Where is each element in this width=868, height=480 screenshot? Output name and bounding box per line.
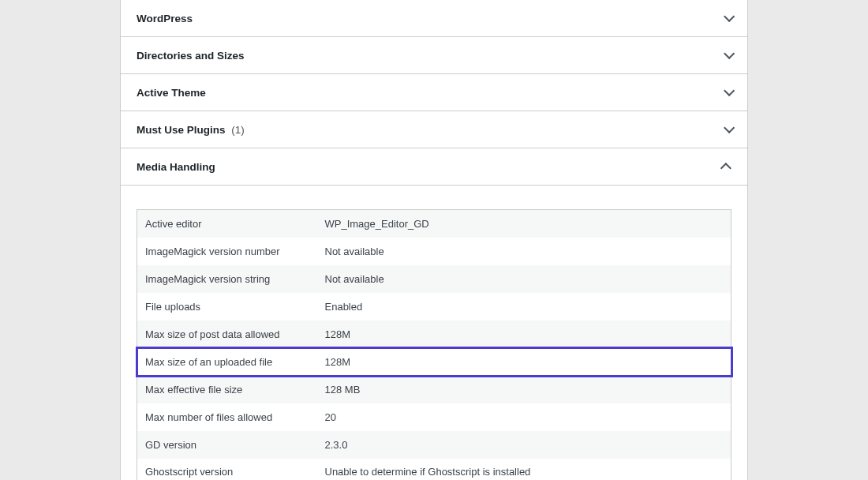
info-value: Enabled — [317, 293, 731, 321]
section-title: Media Handling — [137, 161, 215, 173]
chevron-down-icon — [724, 11, 735, 22]
chevron-down-icon — [724, 122, 735, 133]
info-value: WP_Image_Editor_GD — [317, 210, 731, 238]
section-count: (1) — [231, 124, 245, 136]
info-value: 128M — [317, 348, 731, 376]
table-row: ImageMagick version numberNot available — [137, 238, 731, 265]
info-key: GD version — [137, 431, 317, 459]
info-key: Ghostscript version — [137, 459, 317, 481]
info-value: 2.3.0 — [317, 431, 731, 459]
info-value: Unable to determine if Ghostscript is in… — [317, 459, 731, 481]
info-value: Not available — [317, 265, 731, 293]
info-value: Not available — [317, 238, 731, 265]
table-row: Max number of files allowed20 — [137, 403, 731, 431]
section-title: WordPress — [137, 13, 193, 24]
info-key: Max number of files allowed — [137, 403, 317, 431]
section-title: Active Theme — [137, 87, 206, 99]
section-media-handling[interactable]: Media Handling — [121, 148, 747, 186]
table-row: GD version2.3.0 — [137, 431, 731, 459]
table-row: Max size of an uploaded file128M — [137, 348, 731, 376]
chevron-down-icon — [724, 48, 735, 59]
table-row: Active editorWP_Image_Editor_GD — [137, 210, 731, 238]
section-title: Directories and Sizes — [137, 50, 245, 62]
info-key: File uploads — [137, 293, 317, 321]
table-row: File uploadsEnabled — [137, 293, 731, 321]
info-value: 20 — [317, 403, 731, 431]
media-handling-table: Active editorWP_Image_Editor_GDImageMagi… — [137, 209, 731, 480]
section-title-text: Must Use Plugins — [137, 124, 226, 136]
table-row: Ghostscript versionUnable to determine i… — [137, 459, 731, 481]
media-handling-details: Active editorWP_Image_Editor_GDImageMagi… — [121, 186, 747, 480]
section-mu-plugins[interactable]: Must Use Plugins (1) — [121, 111, 747, 148]
info-key: Max size of post data allowed — [137, 321, 317, 348]
site-health-info-panel: WordPress Directories and Sizes Active T… — [120, 0, 748, 480]
info-key: ImageMagick version string — [137, 265, 317, 293]
section-title: Must Use Plugins (1) — [137, 124, 245, 136]
info-value: 128M — [317, 321, 731, 348]
info-key: Active editor — [137, 210, 317, 238]
table-row: Max effective file size128 MB — [137, 376, 731, 403]
table-row: ImageMagick version stringNot available — [137, 265, 731, 293]
chevron-down-icon — [724, 85, 735, 96]
info-key: Max size of an uploaded file — [137, 348, 317, 376]
info-value: 128 MB — [317, 376, 731, 403]
section-directories[interactable]: Directories and Sizes — [121, 37, 747, 74]
section-wordpress[interactable]: WordPress — [121, 0, 747, 37]
info-key: ImageMagick version number — [137, 238, 317, 265]
table-row: Max size of post data allowed128M — [137, 321, 731, 348]
section-active-theme[interactable]: Active Theme — [121, 74, 747, 111]
info-key: Max effective file size — [137, 376, 317, 403]
chevron-up-icon — [720, 163, 731, 174]
